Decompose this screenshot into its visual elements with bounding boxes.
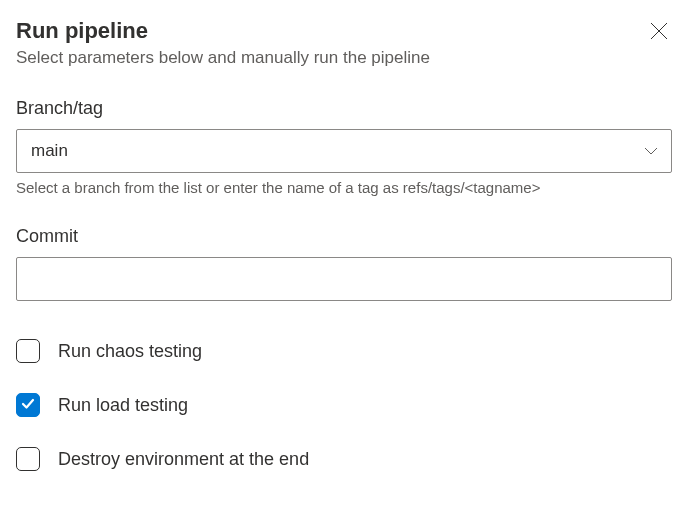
check-icon [21,396,35,414]
checkbox-destroy-env[interactable]: Destroy environment at the end [16,447,672,471]
branch-select[interactable]: main [16,129,672,173]
commit-label: Commit [16,226,672,247]
dialog-subtitle: Select parameters below and manually run… [16,48,430,68]
checkbox-label: Run chaos testing [58,341,202,362]
close-icon [650,22,668,43]
checkbox-label: Run load testing [58,395,188,416]
checkbox-input[interactable] [16,393,40,417]
commit-input[interactable] [16,257,672,301]
checkbox-label: Destroy environment at the end [58,449,309,470]
checkbox-input[interactable] [16,447,40,471]
dialog-title: Run pipeline [16,18,430,44]
checkbox-chaos-testing[interactable]: Run chaos testing [16,339,672,363]
close-button[interactable] [646,18,672,47]
branch-label: Branch/tag [16,98,672,119]
checkbox-load-testing[interactable]: Run load testing [16,393,672,417]
parameters-group: Run chaos testing Run load testing Destr… [16,339,672,471]
branch-helper: Select a branch from the list or enter t… [16,179,672,196]
checkbox-input[interactable] [16,339,40,363]
